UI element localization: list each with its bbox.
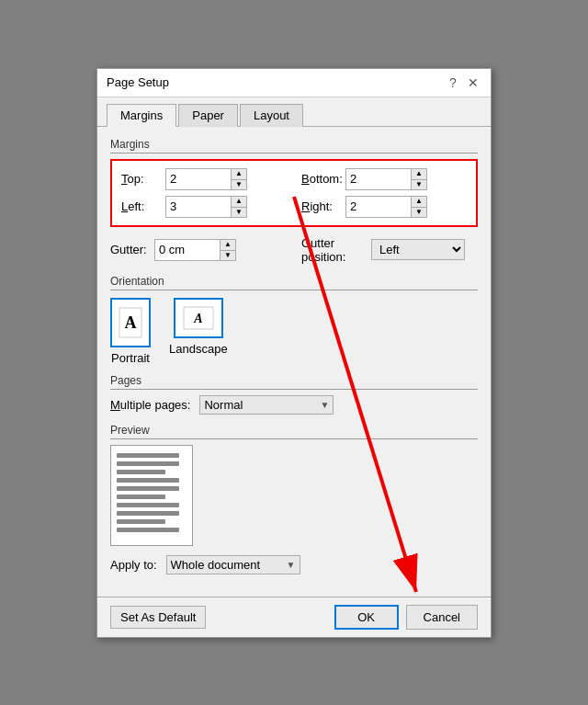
dialog-content: Margins Top: ▲ ▼ [97,127,491,597]
gutter-row: Gutter: ▲ ▼ Gutter position: Left [110,236,478,264]
right-field-row: Right: ▲ ▼ [301,196,467,218]
footer-right: OK Cancel [334,605,478,630]
footer-left: Set As Default [110,606,206,629]
multiple-pages-select-wrapper: Normal Mirror margins 2 pages per sheet … [199,395,334,415]
apply-to-dropdown-arrow: ▼ [287,560,300,570]
apply-to-label: Apply to: [110,558,157,572]
left-spin-down[interactable]: ▼ [232,207,246,217]
preview-line-10 [117,528,179,532]
preview-line-2 [117,461,179,466]
bottom-label: Bottom: [301,172,340,186]
gutter-position-label: Gutter position: [301,236,366,264]
right-spin-btns: ▲ ▼ [411,197,426,217]
gutter-spin-down[interactable]: ▼ [220,250,235,260]
gutter-label: Gutter: [110,243,149,256]
svg-text:A: A [125,313,137,332]
gutter-spin-btns: ▲ ▼ [220,240,235,260]
landscape-label: Landscape [169,342,228,356]
margins-box: Top: ▲ ▼ Bottom: [110,159,478,227]
bottom-spin-down[interactable]: ▼ [412,179,426,189]
bottom-spin-up[interactable]: ▲ [412,169,426,179]
margins-grid: Top: ▲ ▼ Bottom: [121,168,467,218]
right-spin-down[interactable]: ▼ [412,207,426,217]
top-input[interactable] [166,169,231,189]
bottom-field-row: Bottom: ▲ ▼ [301,168,467,190]
pages-row: Multiple pages: Normal Mirror margins 2 … [110,395,478,415]
bottom-spin-btns: ▲ ▼ [411,169,426,189]
portrait-option[interactable]: A Portrait [110,298,151,365]
preview-box [110,445,193,546]
right-label: Right: [301,199,340,213]
apply-to-row: Apply to: Whole document This point forw… [110,555,478,574]
multiple-pages-dropdown-arrow: ▼ [320,400,333,410]
set-as-default-button[interactable]: Set As Default [110,606,206,629]
preview-line-6 [117,495,165,499]
page-setup-dialog: Page Setup ? ✕ Margins Paper Layout Marg… [96,68,492,638]
right-spin-up[interactable]: ▲ [412,197,426,207]
gutter-position-field-row: Gutter position: Left Top [301,236,478,264]
left-spin-input: ▲ ▼ [165,196,247,218]
title-bar-actions: ? ✕ [445,74,481,91]
left-spin-up[interactable]: ▲ [232,197,246,207]
title-bar: Page Setup ? ✕ [97,69,491,97]
tab-margins[interactable]: Margins [107,104,176,127]
preview-section: Preview [110,424,478,546]
top-field-row: Top: ▲ ▼ [121,168,287,190]
left-field-row: Left: ▲ ▼ [121,196,287,218]
close-button[interactable]: ✕ [465,74,481,91]
orientation-section-label: Orientation [110,275,478,290]
top-label: Top: [121,172,160,186]
apply-to-select-wrapper: Whole document This point forward ▼ [166,555,300,574]
pages-section: Pages Multiple pages: Normal Mirror marg… [110,374,478,415]
orientation-row: A Portrait A Landscape [110,298,478,365]
left-input[interactable] [166,197,231,217]
top-spin-up[interactable]: ▲ [232,169,246,179]
gutter-spin-up[interactable]: ▲ [220,240,235,250]
cancel-button[interactable]: Cancel [406,605,478,630]
left-label: Left: [121,199,160,213]
multiple-pages-select[interactable]: Normal Mirror margins 2 pages per sheet … [200,396,320,414]
bottom-spin-input: ▲ ▼ [345,168,427,190]
help-button[interactable]: ? [445,74,461,91]
portrait-icon: A [110,298,151,347]
gutter-input[interactable] [155,240,220,260]
multiple-pages-label: Multiple pages: [110,398,190,412]
landscape-icon: A [174,298,223,338]
left-spin-btns: ▲ ▼ [231,197,246,217]
dialog-title: Page Setup [107,75,169,89]
gutter-position-select[interactable]: Left Top [372,240,464,259]
ok-button[interactable]: OK [334,605,399,630]
tab-paper[interactable]: Paper [178,104,238,127]
preview-line-4 [117,478,179,483]
preview-line-3 [117,470,165,474]
apply-to-select[interactable]: Whole document This point forward [167,556,287,574]
right-spin-input: ▲ ▼ [345,196,427,218]
preview-line-9 [117,519,165,524]
portrait-label: Portrait [111,351,150,365]
footer: Set As Default OK Cancel [97,597,491,637]
margins-section-label: Margins [110,138,478,154]
preview-line-1 [117,453,179,458]
right-input[interactable] [346,197,411,217]
pages-section-label: Pages [110,374,478,390]
orientation-section: Orientation A Portrait [110,275,478,365]
gutter-spin-input: ▲ ▼ [154,239,236,261]
gutter-field-row: Gutter: ▲ ▼ [110,236,287,264]
preview-line-5 [117,486,179,491]
top-spin-down[interactable]: ▼ [232,179,246,189]
preview-section-label: Preview [110,424,478,439]
top-spin-btns: ▲ ▼ [231,169,246,189]
gutter-position-select-wrapper: Left Top [371,239,465,260]
tab-bar: Margins Paper Layout [97,97,491,127]
preview-line-7 [117,503,179,507]
bottom-input[interactable] [346,169,411,189]
landscape-option[interactable]: A Landscape [169,298,228,356]
top-spin-input: ▲ ▼ [165,168,247,190]
tab-layout[interactable]: Layout [240,104,303,127]
svg-text:A: A [193,312,202,325]
preview-line-8 [117,511,179,516]
